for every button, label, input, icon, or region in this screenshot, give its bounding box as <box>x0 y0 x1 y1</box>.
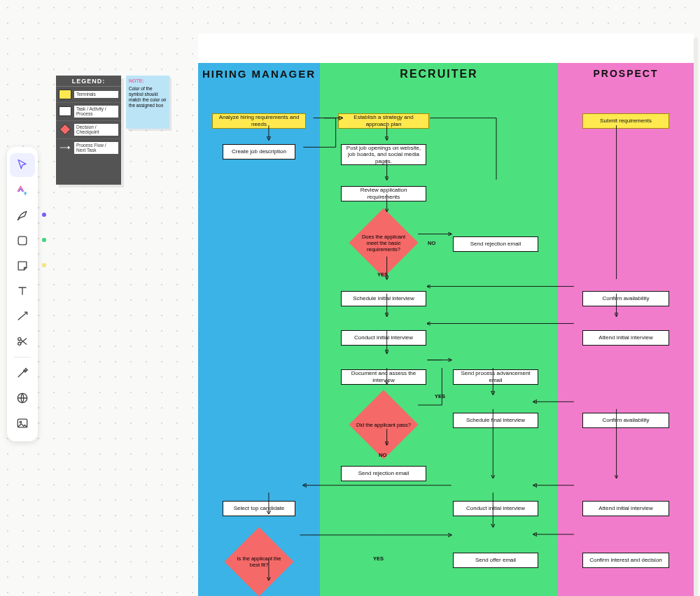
swimlanes: HIRING MANAGER Analyze hiring requiremen… <box>198 63 694 596</box>
tool-pen-color-dot <box>42 213 46 217</box>
node-hm-bestfit: Is the applicant the best fit? <box>226 537 292 586</box>
tool-connector[interactable] <box>10 304 35 328</box>
label-no-2: NO <box>379 452 386 458</box>
label-yes-3: YES <box>373 555 384 562</box>
node-hm-jd[interactable]: Create job description <box>223 144 295 159</box>
toolbar <box>7 147 38 441</box>
note-sticky[interactable]: NOTE: Color of the symbol should match t… <box>126 76 169 129</box>
node-r-reject1[interactable]: Send rejection email <box>453 236 538 252</box>
node-p-avail2[interactable]: Confirm availability <box>582 413 669 428</box>
node-hm-select[interactable]: Select top candidate <box>223 501 295 516</box>
node-r-d2-diamond[interactable]: Did the applicant pass? <box>351 400 416 449</box>
node-p-attend2[interactable]: Attend initial interview <box>582 501 669 516</box>
tool-shape[interactable] <box>10 229 35 253</box>
node-r-sched1[interactable]: Schedule initial interview <box>341 291 426 306</box>
tool-web[interactable] <box>10 386 35 410</box>
lane-header-hiring: HIRING MANAGER <box>198 63 320 85</box>
tool-pen[interactable] <box>10 204 35 227</box>
node-p-submit[interactable]: Submit requirements <box>582 113 669 129</box>
label-yes-2: YES <box>435 393 445 399</box>
label-no-1: NO <box>428 240 435 246</box>
node-r-doc[interactable]: Document and assess the interview <box>341 369 426 385</box>
toolbar-divider <box>14 357 31 357</box>
node-r-d1-diamond[interactable]: Does the applicant meet the basic requir… <box>351 218 416 267</box>
node-p-avail1[interactable]: Confirm availability <box>582 291 669 306</box>
lane-prospect[interactable]: PROSPECT Submit requirements Confirm ava… <box>558 63 694 596</box>
node-r-conduct1[interactable]: Conduct initial interview <box>341 330 426 346</box>
node-p-confirm[interactable]: Confirm interest and decision <box>582 553 669 568</box>
lane-recruiter[interactable]: RECRUITER Establish a strategy and appro… <box>320 63 558 596</box>
tool-text[interactable] <box>10 279 35 303</box>
tool-ai[interactable] <box>10 178 35 202</box>
node-r-reject2[interactable]: Send rejection email <box>341 466 426 481</box>
label-yes-1: YES <box>377 271 388 278</box>
node-r-strategy[interactable]: Establish a strategy and approach plan <box>338 113 429 129</box>
legend-row-terminals: Terminals <box>56 87 121 103</box>
legend-title: LEGEND: <box>56 76 121 87</box>
svg-point-5 <box>20 421 22 423</box>
node-r-offer[interactable]: Send offer email <box>453 553 538 568</box>
node-r-post[interactable]: Post job openings on website, job boards… <box>341 144 426 165</box>
legend-row-decision: Decision / Checkpoint <box>56 121 121 139</box>
node-hm-analyze[interactable]: Analyze hiring requirements and needs <box>212 113 306 129</box>
node-p-attend1[interactable]: Attend initial interview <box>582 330 669 346</box>
svg-rect-0 <box>18 236 27 245</box>
note-title: NOTE: <box>129 78 167 85</box>
note-body: Color of the symbol should match the col… <box>129 86 167 109</box>
tool-snip[interactable] <box>10 329 35 353</box>
node-r-d1: Does the applicant meet the basic requir… <box>351 218 416 267</box>
tool-sticky[interactable] <box>10 254 35 278</box>
node-r-schedfinal[interactable]: Schedule final interview <box>453 413 538 428</box>
node-hm-bestfit-diamond[interactable]: Is the applicant the best fit? <box>226 537 292 586</box>
lane-hiring-manager[interactable]: HIRING MANAGER Analyze hiring requiremen… <box>198 63 320 596</box>
node-r-review[interactable]: Review application requirements <box>341 186 426 201</box>
tool-magic[interactable] <box>10 361 35 385</box>
node-r-advance[interactable]: Send process advancement email <box>453 369 538 385</box>
tool-sticky-color-dot <box>42 263 46 267</box>
legend[interactable]: LEGEND: Terminals Task / Activity / Proc… <box>56 76 121 185</box>
tool-select[interactable] <box>10 153 35 177</box>
node-r-conduct2[interactable]: Conduct initial interview <box>453 501 538 516</box>
node-r-d2: Did the applicant pass? <box>351 400 416 449</box>
tool-shape-color-dot <box>42 238 46 242</box>
tool-image[interactable] <box>10 411 35 435</box>
lane-header-prospect: PROSPECT <box>558 63 694 85</box>
lane-header-recruiter: RECRUITER <box>320 63 558 86</box>
legend-row-flow: Process Flow / Next Task <box>56 139 121 157</box>
legend-row-process: Task / Activity / Process <box>56 103 121 121</box>
flowchart-panel[interactable]: HIRING MANAGER Analyze hiring requiremen… <box>198 34 694 596</box>
